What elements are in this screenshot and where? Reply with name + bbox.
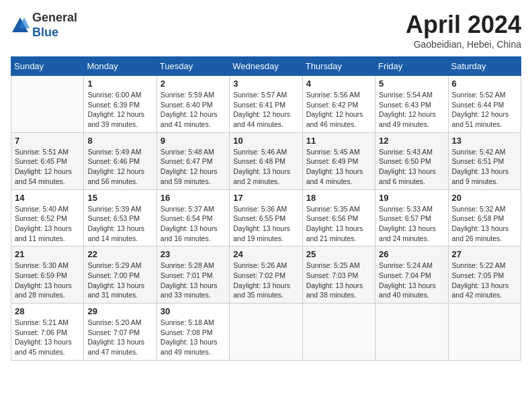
day-cell: 5Sunrise: 5:54 AM Sunset: 6:43 PM Daylig…: [375, 76, 448, 133]
day-info: Sunrise: 5:18 AM Sunset: 7:08 PM Dayligh…: [161, 318, 226, 357]
day-cell: 20Sunrise: 5:32 AM Sunset: 6:58 PM Dayli…: [448, 189, 521, 246]
day-cell: 25Sunrise: 5:25 AM Sunset: 7:03 PM Dayli…: [302, 246, 375, 304]
day-info: Sunrise: 5:54 AM Sunset: 6:43 PM Dayligh…: [379, 90, 444, 130]
weekday-thursday: Thursday: [302, 57, 375, 76]
day-cell: 15Sunrise: 5:39 AM Sunset: 6:53 PM Dayli…: [84, 189, 157, 246]
day-number: 19: [379, 193, 444, 203]
day-cell: 1Sunrise: 6:00 AM Sunset: 6:39 PM Daylig…: [84, 76, 157, 133]
day-cell: 16Sunrise: 5:37 AM Sunset: 6:54 PM Dayli…: [157, 189, 229, 246]
day-info: Sunrise: 5:46 AM Sunset: 6:48 PM Dayligh…: [233, 147, 298, 187]
day-info: Sunrise: 5:56 AM Sunset: 6:42 PM Dayligh…: [306, 90, 371, 130]
day-number: 18: [306, 193, 371, 203]
day-cell: 24Sunrise: 5:26 AM Sunset: 7:02 PM Dayli…: [230, 246, 302, 304]
day-number: 1: [87, 79, 152, 89]
day-cell: 18Sunrise: 5:35 AM Sunset: 6:56 PM Dayli…: [302, 189, 375, 246]
day-cell: 13Sunrise: 5:42 AM Sunset: 6:51 PM Dayli…: [448, 132, 521, 189]
day-info: Sunrise: 5:22 AM Sunset: 7:05 PM Dayligh…: [452, 261, 517, 300]
day-info: Sunrise: 5:59 AM Sunset: 6:40 PM Dayligh…: [161, 90, 226, 130]
day-number: 26: [379, 249, 444, 259]
day-cell: 21Sunrise: 5:30 AM Sunset: 6:59 PM Dayli…: [11, 246, 84, 304]
day-info: Sunrise: 5:39 AM Sunset: 6:53 PM Dayligh…: [87, 204, 152, 244]
day-info: Sunrise: 5:33 AM Sunset: 6:57 PM Dayligh…: [379, 204, 444, 244]
day-number: 5: [379, 79, 444, 89]
weekday-wednesday: Wednesday: [230, 57, 302, 76]
day-info: Sunrise: 5:43 AM Sunset: 6:50 PM Dayligh…: [379, 147, 444, 187]
day-cell: 22Sunrise: 5:29 AM Sunset: 7:00 PM Dayli…: [84, 246, 157, 304]
weekday-sunday: Sunday: [11, 57, 84, 76]
day-info: Sunrise: 5:29 AM Sunset: 7:00 PM Dayligh…: [87, 261, 152, 300]
day-number: 8: [87, 136, 152, 146]
day-cell: 27Sunrise: 5:22 AM Sunset: 7:05 PM Dayli…: [448, 246, 521, 304]
day-number: 23: [161, 249, 226, 259]
logo-icon: [11, 16, 30, 35]
weekday-header-row: SundayMondayTuesdayWednesdayThursdayFrid…: [11, 57, 521, 76]
location: Gaobeidian, Hebei, China: [406, 39, 521, 50]
weekday-tuesday: Tuesday: [157, 57, 229, 76]
day-cell: 8Sunrise: 5:49 AM Sunset: 6:46 PM Daylig…: [84, 132, 157, 189]
calendar-body: 1Sunrise: 6:00 AM Sunset: 6:39 PM Daylig…: [11, 76, 521, 361]
day-cell: [302, 304, 375, 361]
day-info: Sunrise: 5:32 AM Sunset: 6:58 PM Dayligh…: [452, 204, 517, 244]
day-number: 21: [15, 249, 80, 259]
day-number: 13: [452, 136, 517, 146]
day-info: Sunrise: 5:48 AM Sunset: 6:47 PM Dayligh…: [161, 147, 226, 187]
day-number: 24: [233, 249, 298, 259]
day-cell: [11, 76, 84, 133]
day-cell: 10Sunrise: 5:46 AM Sunset: 6:48 PM Dayli…: [230, 132, 302, 189]
day-number: 17: [233, 193, 298, 203]
week-row-2: 7Sunrise: 5:51 AM Sunset: 6:45 PM Daylig…: [11, 132, 521, 189]
title-area: April 2024 Gaobeidian, Hebei, China: [406, 11, 521, 50]
day-info: Sunrise: 5:24 AM Sunset: 7:04 PM Dayligh…: [379, 261, 444, 300]
day-info: Sunrise: 5:49 AM Sunset: 6:46 PM Dayligh…: [87, 147, 152, 187]
logo-general-text: General: [32, 11, 77, 24]
day-cell: 7Sunrise: 5:51 AM Sunset: 6:45 PM Daylig…: [11, 132, 84, 189]
day-info: Sunrise: 5:35 AM Sunset: 6:56 PM Dayligh…: [306, 204, 371, 244]
weekday-friday: Friday: [375, 57, 448, 76]
weekday-monday: Monday: [84, 57, 157, 76]
day-number: 10: [233, 136, 298, 146]
day-cell: 28Sunrise: 5:21 AM Sunset: 7:06 PM Dayli…: [11, 304, 84, 361]
day-cell: 26Sunrise: 5:24 AM Sunset: 7:04 PM Dayli…: [375, 246, 448, 304]
day-number: 29: [87, 306, 152, 316]
day-info: Sunrise: 5:21 AM Sunset: 7:06 PM Dayligh…: [15, 318, 80, 357]
day-info: Sunrise: 5:36 AM Sunset: 6:55 PM Dayligh…: [233, 204, 298, 244]
logo-blue-text: Blue: [32, 26, 58, 39]
day-info: Sunrise: 5:20 AM Sunset: 7:07 PM Dayligh…: [87, 318, 152, 357]
day-info: Sunrise: 5:52 AM Sunset: 6:44 PM Dayligh…: [452, 90, 517, 130]
day-info: Sunrise: 5:45 AM Sunset: 6:49 PM Dayligh…: [306, 147, 371, 187]
day-info: Sunrise: 6:00 AM Sunset: 6:39 PM Dayligh…: [87, 90, 152, 130]
day-number: 20: [452, 193, 517, 203]
day-cell: [230, 304, 302, 361]
day-cell: 17Sunrise: 5:36 AM Sunset: 6:55 PM Dayli…: [230, 189, 302, 246]
day-cell: 9Sunrise: 5:48 AM Sunset: 6:47 PM Daylig…: [157, 132, 229, 189]
day-info: Sunrise: 5:26 AM Sunset: 7:02 PM Dayligh…: [233, 261, 298, 300]
day-number: 7: [15, 136, 80, 146]
week-row-4: 21Sunrise: 5:30 AM Sunset: 6:59 PM Dayli…: [11, 246, 521, 304]
day-cell: 23Sunrise: 5:28 AM Sunset: 7:01 PM Dayli…: [157, 246, 229, 304]
day-number: 9: [161, 136, 226, 146]
day-number: 22: [87, 249, 152, 259]
logo: General Blue: [11, 11, 77, 40]
day-info: Sunrise: 5:42 AM Sunset: 6:51 PM Dayligh…: [452, 147, 517, 187]
day-number: 27: [452, 249, 517, 259]
day-number: 2: [161, 79, 226, 89]
day-cell: 11Sunrise: 5:45 AM Sunset: 6:49 PM Dayli…: [302, 132, 375, 189]
day-number: 25: [306, 249, 371, 259]
day-cell: 19Sunrise: 5:33 AM Sunset: 6:57 PM Dayli…: [375, 189, 448, 246]
week-row-5: 28Sunrise: 5:21 AM Sunset: 7:06 PM Dayli…: [11, 304, 521, 361]
day-cell: 12Sunrise: 5:43 AM Sunset: 6:50 PM Dayli…: [375, 132, 448, 189]
day-number: 14: [15, 193, 80, 203]
day-number: 4: [306, 79, 371, 89]
day-info: Sunrise: 5:51 AM Sunset: 6:45 PM Dayligh…: [15, 147, 80, 187]
page-header: General Blue April 2024 Gaobeidian, Hebe…: [11, 11, 521, 50]
day-number: 12: [379, 136, 444, 146]
day-info: Sunrise: 5:57 AM Sunset: 6:41 PM Dayligh…: [233, 90, 298, 130]
day-cell: 4Sunrise: 5:56 AM Sunset: 6:42 PM Daylig…: [302, 76, 375, 133]
day-number: 28: [15, 306, 80, 316]
day-cell: 14Sunrise: 5:40 AM Sunset: 6:52 PM Dayli…: [11, 189, 84, 246]
day-number: 15: [87, 193, 152, 203]
day-cell: [375, 304, 448, 361]
day-info: Sunrise: 5:25 AM Sunset: 7:03 PM Dayligh…: [306, 261, 371, 300]
day-info: Sunrise: 5:30 AM Sunset: 6:59 PM Dayligh…: [15, 261, 80, 300]
day-cell: 2Sunrise: 5:59 AM Sunset: 6:40 PM Daylig…: [157, 76, 229, 133]
